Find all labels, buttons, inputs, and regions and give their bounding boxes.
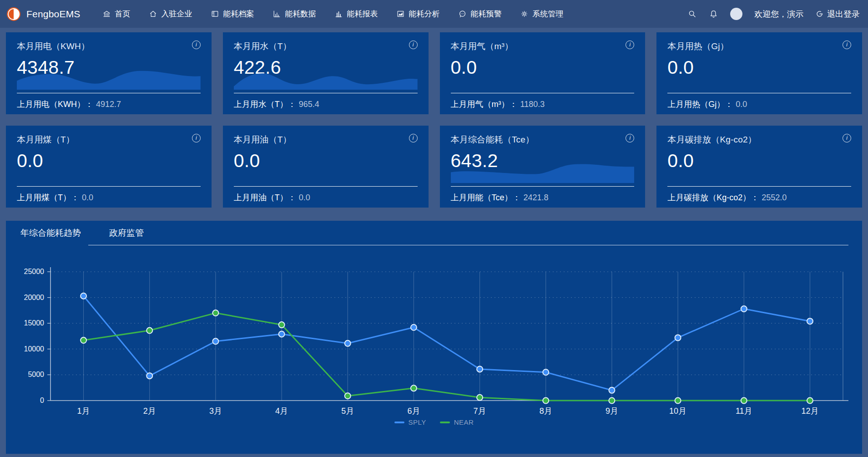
footer-value: 1180.3 xyxy=(520,100,545,109)
nav-item-energy-archive[interactable]: 能耗档案 xyxy=(211,9,254,19)
x-axis-label: 8月 xyxy=(540,406,552,416)
nav-item-energy-alert[interactable]: 能耗预警 xyxy=(458,9,502,19)
sparkline-chart xyxy=(234,69,418,90)
data-point xyxy=(279,322,285,328)
nav-item-energy-data[interactable]: 能耗数据 xyxy=(273,9,316,19)
nav-item-home[interactable]: 首页 xyxy=(102,9,131,19)
card-footer: 上月用电（KWH）：4912.7 xyxy=(17,93,201,110)
footer-value: 2421.8 xyxy=(524,193,549,202)
logout-button[interactable]: 退出登录 xyxy=(815,9,860,20)
search-icon[interactable] xyxy=(687,9,697,19)
footer-value: 4912.7 xyxy=(96,100,121,109)
info-icon[interactable]: i xyxy=(192,41,201,49)
main-nav: 首页 入驻企业 能耗档案 能耗数据 能耗报表 能耗分析 能耗预警 系统管理 xyxy=(102,9,564,19)
legend-label: NEAR xyxy=(454,418,474,426)
data-point xyxy=(543,398,549,404)
data-point xyxy=(212,338,218,344)
stat-card-heat: 本月用热（Gj） i 0.0 上月用热（Gj）：0.0 xyxy=(656,32,862,114)
bar-chart-axis-icon xyxy=(273,10,281,18)
info-icon[interactable]: i xyxy=(843,41,851,49)
x-axis-label: 7月 xyxy=(474,406,486,416)
footer-label: 上月用水（T）： xyxy=(234,100,296,109)
sparkline-chart xyxy=(451,162,635,183)
logout-label: 退出登录 xyxy=(827,9,860,20)
tab-annual-energy-trend[interactable]: 年综合能耗趋势 xyxy=(20,221,82,245)
data-point xyxy=(212,310,218,316)
brand[interactable]: FengboEMS xyxy=(7,7,81,21)
data-point xyxy=(81,293,86,299)
nav-label: 系统管理 xyxy=(533,9,564,19)
chart-canvas[interactable]: 05000100001500020000250001月2月3月4月5月6月7月8… xyxy=(20,255,848,426)
info-icon[interactable]: i xyxy=(192,134,201,142)
avatar[interactable] xyxy=(730,8,742,20)
info-icon[interactable]: i xyxy=(409,134,418,142)
x-axis-label: 9月 xyxy=(606,406,618,416)
bar-chart-icon xyxy=(334,10,343,18)
data-point xyxy=(675,398,681,404)
info-icon[interactable]: i xyxy=(843,134,851,142)
info-icon[interactable]: i xyxy=(626,134,634,142)
nav-item-energy-report[interactable]: 能耗报表 xyxy=(334,9,378,19)
card-title: 本月用热（Gj） xyxy=(667,41,729,52)
card-title: 本月用煤（T） xyxy=(17,134,75,146)
footer-value: 0.0 xyxy=(82,193,93,202)
legend-item-near[interactable]: NEAR xyxy=(440,418,474,426)
card-title: 本月综合能耗（Tce） xyxy=(451,134,535,146)
nav-item-energy-analysis[interactable]: 能耗分析 xyxy=(396,9,440,19)
stat-value: 0.0 xyxy=(667,57,851,78)
series-near xyxy=(81,310,813,403)
chart-legend: SPLYNEAR xyxy=(20,418,848,426)
data-point xyxy=(411,325,417,330)
nav-label: 能耗分析 xyxy=(409,9,440,19)
footer-value: 965.4 xyxy=(299,100,319,109)
x-axis-label: 10月 xyxy=(669,406,686,416)
y-axis-label: 5000 xyxy=(28,371,44,378)
x-axis-label: 6月 xyxy=(407,406,420,416)
footer-label: 上月用热（Gj）： xyxy=(667,100,733,109)
nav-label: 能耗档案 xyxy=(223,9,254,19)
stat-value: 0.0 xyxy=(234,150,418,172)
y-axis-label: 10000 xyxy=(24,345,45,353)
stat-card-total-energy: 本月综合能耗（Tce） i 643.2 上月用能（Tce）：2421.8 xyxy=(440,126,646,208)
stat-value: 0.0 xyxy=(451,57,635,78)
stat-value: 0.0 xyxy=(17,150,201,172)
info-icon[interactable]: i xyxy=(409,41,418,49)
brand-name: FengboEMS xyxy=(26,9,81,20)
logo-icon xyxy=(7,7,20,21)
card-title: 本月碳排放（Kg-co2） xyxy=(667,134,757,146)
tab-government-supervision[interactable]: 政府监管 xyxy=(108,221,145,245)
card-footer: 上月用煤（T）：0.0 xyxy=(17,186,201,203)
nav-label: 能耗预警 xyxy=(471,9,502,19)
data-point xyxy=(741,306,747,312)
series-sply xyxy=(81,293,813,393)
card-footer: 上月用油（T）：0.0 xyxy=(234,186,418,203)
footer-label: 上月用油（T）： xyxy=(234,193,296,202)
card-footer: 上月用热（Gj）：0.0 xyxy=(667,93,851,110)
data-point xyxy=(675,335,681,340)
archive-icon xyxy=(211,10,219,18)
info-icon[interactable]: i xyxy=(626,41,634,49)
card-footer: 上月用能（Tce）：2421.8 xyxy=(451,186,635,203)
x-axis-label: 1月 xyxy=(77,406,90,416)
stat-cards-grid: 本月用电（KWH） i 4348.7 上月用电（KWH）：4912.7 本月用水… xyxy=(6,32,862,208)
nav-item-system-settings[interactable]: 系统管理 xyxy=(520,9,564,19)
card-title: 本月用水（T） xyxy=(234,41,292,52)
legend-marker xyxy=(440,421,450,423)
grid-lines xyxy=(50,272,843,401)
legend-item-sply[interactable]: SPLY xyxy=(394,418,426,426)
data-point xyxy=(609,398,615,404)
data-point xyxy=(741,398,747,404)
tabbar: 年综合能耗趋势 政府监管 xyxy=(20,221,848,245)
data-point xyxy=(477,366,483,372)
nav-label: 能耗数据 xyxy=(285,9,316,19)
nav-item-enterprises[interactable]: 入驻企业 xyxy=(149,9,192,19)
x-axis-label: 12月 xyxy=(801,406,818,416)
stat-card-oil: 本月用油（T） i 0.0 上月用油（T）：0.0 xyxy=(223,126,429,208)
sparkline-chart xyxy=(17,69,201,90)
stat-card-gas: 本月用气（m³） i 0.0 上月用气（m³）：1180.3 xyxy=(440,32,646,114)
data-point xyxy=(81,337,86,343)
footer-value: 0.0 xyxy=(299,193,310,202)
top-navbar: FengboEMS 首页 入驻企业 能耗档案 能耗数据 能耗报表 能耗分析 xyxy=(0,0,868,28)
bell-icon[interactable] xyxy=(709,9,718,19)
logout-icon xyxy=(815,10,824,18)
